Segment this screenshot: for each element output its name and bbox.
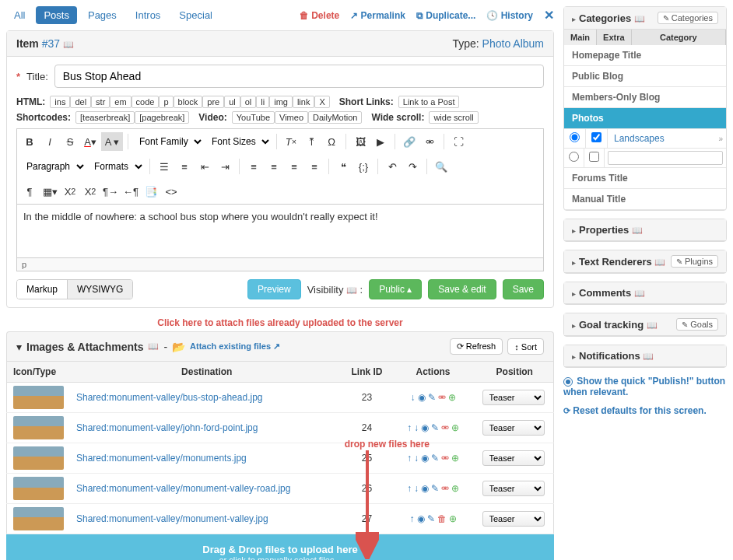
unlink-icon[interactable]: ⚮	[438, 392, 446, 403]
cat-main-radio[interactable]	[570, 132, 580, 142]
pilcrow-icon[interactable]: ¶	[20, 182, 39, 201]
manual-icon[interactable]: 📖	[148, 341, 159, 352]
delete-link[interactable]: 🗑 Delete	[300, 10, 339, 21]
caret-icon[interactable]: ▾	[16, 341, 22, 353]
font-family-select[interactable]: Font Family	[133, 134, 204, 149]
save-button[interactable]: Save	[503, 279, 544, 299]
attachment-link[interactable]: Shared:monument-valley/monument-valley-r…	[76, 483, 290, 494]
category-item[interactable]: Photos	[564, 108, 726, 129]
searchreplace-icon[interactable]: 🔍	[432, 157, 451, 176]
redo-icon[interactable]: ↷	[403, 157, 422, 176]
title-input[interactable]	[54, 65, 544, 88]
outdent-icon[interactable]: ⇤	[195, 157, 214, 176]
backcolor-icon[interactable]: A ▾	[101, 132, 123, 151]
html-tag-code[interactable]: code	[132, 96, 160, 108]
categories-edit-btn[interactable]: Categories	[658, 12, 718, 24]
nav-intros[interactable]: Intros	[128, 6, 169, 24]
move-down-icon[interactable]: ↓	[414, 483, 419, 494]
html-tag-ol[interactable]: ol	[240, 96, 257, 108]
source-icon[interactable]: <>	[162, 182, 181, 201]
table-icon[interactable]: ▦▾	[40, 182, 59, 201]
reset-defaults-link[interactable]: ⟳ Reset defaults for this screen.	[563, 405, 727, 416]
attachment-link[interactable]: Shared:monument-valley/john-ford-point.j…	[76, 422, 258, 433]
font-sizes-select[interactable]: Font Sizes	[205, 134, 272, 149]
video-vimeo-btn[interactable]: Vimeo	[275, 111, 308, 124]
goals-title[interactable]: Goal tracking	[579, 319, 644, 331]
superscript-icon[interactable]: X2	[81, 182, 100, 201]
close-icon[interactable]: ✕	[544, 8, 554, 23]
link-icon[interactable]: 🔗	[400, 132, 419, 151]
add-icon[interactable]: ⊕	[449, 513, 457, 524]
history-link[interactable]: 🕓 History	[486, 10, 533, 21]
category-item[interactable]: Manual Title	[564, 189, 726, 210]
position-select[interactable]: Teaser	[482, 450, 545, 466]
manual-icon[interactable]: 📖	[643, 352, 654, 361]
subscript-icon[interactable]: X2	[61, 182, 79, 201]
locate-icon[interactable]: ◉	[421, 422, 429, 433]
thumbnail[interactable]	[13, 446, 64, 470]
edit-icon[interactable]: ✎	[431, 453, 439, 464]
move-down-icon[interactable]: ↓	[414, 453, 419, 464]
new-category-input[interactable]	[608, 151, 723, 165]
html-tag-ins[interactable]: ins	[50, 96, 70, 108]
edit-icon[interactable]: ✎	[428, 392, 436, 403]
codeblock-icon[interactable]: {;}	[354, 157, 373, 176]
comments-title[interactable]: Comments	[579, 287, 631, 299]
preview-button[interactable]: Preview	[247, 279, 301, 299]
cat-main-radio[interactable]	[569, 152, 579, 162]
type-value[interactable]: Photo Album	[482, 37, 544, 50]
blockquote-icon[interactable]: ❝	[334, 157, 352, 176]
subcategory-link[interactable]: Landscapes	[608, 133, 718, 144]
categories-title[interactable]: Categories	[579, 12, 631, 24]
manual-icon[interactable]: 📖	[63, 40, 74, 49]
visibility-dropdown[interactable]: Public ▴	[369, 279, 422, 299]
thumbnail[interactable]	[13, 507, 64, 530]
position-select[interactable]: Teaser	[482, 420, 545, 436]
nav-special[interactable]: Special	[171, 6, 220, 24]
item-number[interactable]: #37	[42, 37, 60, 50]
html-tag-p[interactable]: p	[159, 96, 173, 108]
nav-posts[interactable]: Posts	[36, 6, 77, 24]
sort-button[interactable]: ↕ Sort	[507, 338, 544, 355]
move-down-icon[interactable]: ↓	[411, 392, 416, 403]
html-tag-pre[interactable]: pre	[202, 96, 224, 108]
locate-icon[interactable]: ◉	[421, 453, 429, 464]
permalink-link[interactable]: ↗ Permalink	[350, 10, 405, 21]
cat-extra-check[interactable]	[589, 152, 599, 162]
locate-icon[interactable]: ◉	[421, 483, 429, 494]
clearformat-icon[interactable]: T×	[282, 132, 300, 151]
attachment-link[interactable]: Shared:monument-valley/bus-stop-ahead.jp…	[76, 392, 262, 403]
manual-icon[interactable]: 📖	[632, 226, 643, 235]
upload-dropzone[interactable]: Drag & Drop files to upload here or clic…	[6, 534, 554, 560]
align-right-icon[interactable]: ≡	[285, 157, 303, 176]
ul-icon[interactable]: ☰	[155, 157, 174, 176]
shortcode-btn[interactable]: [pagebreak]	[135, 111, 189, 124]
category-item[interactable]: Public Blog	[564, 66, 726, 87]
add-icon[interactable]: ⊕	[448, 392, 456, 403]
widescroll-btn[interactable]: wide scroll	[429, 111, 478, 124]
attachment-link[interactable]: Shared:monument-valley/monument-valley.j…	[76, 513, 268, 524]
attach-existing-link[interactable]: Attach existing files ↗	[190, 341, 280, 352]
nav-pages[interactable]: Pages	[80, 6, 125, 24]
bold-icon[interactable]: B	[20, 132, 39, 151]
edit-icon[interactable]: ✎	[431, 422, 439, 433]
italic-icon[interactable]: I	[40, 132, 59, 151]
add-icon[interactable]: ⊕	[451, 483, 459, 494]
move-up-icon[interactable]: ↑	[407, 422, 412, 433]
add-icon[interactable]: ⊕	[451, 453, 459, 464]
refresh-button[interactable]: ⟳ Refresh	[450, 338, 503, 355]
manual-icon[interactable]: 📖	[647, 320, 658, 330]
thumbnail[interactable]	[13, 416, 64, 439]
html-tag-block[interactable]: block	[174, 96, 203, 108]
save-edit-button[interactable]: Save & edit	[428, 279, 496, 299]
position-select[interactable]: Teaser	[482, 511, 545, 527]
thumbnail[interactable]	[13, 386, 64, 409]
media-icon[interactable]: ▶	[371, 132, 390, 151]
specialchar-icon[interactable]: Ω	[322, 132, 341, 151]
duplicate-link[interactable]: ⧉ Duplicate...	[416, 10, 475, 21]
align-justify-icon[interactable]: ≡	[305, 157, 324, 176]
strike-icon[interactable]: S	[61, 132, 79, 151]
add-icon[interactable]: ⊕	[451, 422, 459, 433]
move-down-icon[interactable]: ↓	[414, 422, 419, 433]
move-up-icon[interactable]: ↑	[407, 483, 412, 494]
